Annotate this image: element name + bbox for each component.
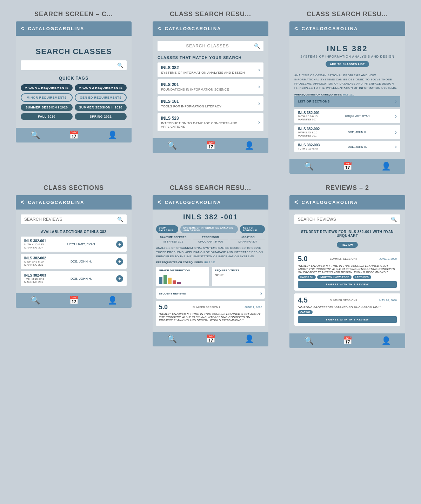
back-arrow-dr[interactable]: < xyxy=(294,25,298,32)
tag-major1[interactable]: MAJOR 1 REQUIREMENTS xyxy=(21,84,73,91)
screen-reviews: REVIEWS – 2 < CATALOGCAROLINA 🔍 STUDENT … xyxy=(284,184,410,348)
add-btn-002[interactable]: + xyxy=(116,258,123,265)
bottom-nav-rev: 🔍 📅 👤 xyxy=(289,333,405,348)
back-arrow-icon[interactable]: < xyxy=(21,25,25,32)
bar-4 xyxy=(173,280,176,284)
class-item-161[interactable]: INLS 161 TOOLS FOR INFORMATION LITERACY … xyxy=(158,96,263,111)
agree-btn-1[interactable]: I AGREE WITH THIS REVIEW xyxy=(298,281,397,288)
nav-search-r2[interactable]: 🔍 xyxy=(167,334,177,344)
review-quote-preview: "REALLY ENJOYED MY TIME IN THIS COURSE! … xyxy=(159,312,262,322)
nav-profile-icon[interactable]: 👤 xyxy=(108,131,117,140)
detail-meta-row: DAY/TIME OFFERED M-TH 4:15-6:15 PROFESSO… xyxy=(156,236,265,243)
tag-minor[interactable]: MINOR REQUIREMENTS xyxy=(21,93,73,102)
nav-search-rev[interactable]: 🔍 xyxy=(304,336,314,345)
nav-prof-dr[interactable]: 👤 xyxy=(381,162,391,171)
search-bar-r1[interactable]: SEARCH CLASSES 🔍 xyxy=(158,41,263,51)
back-arrow-r2[interactable]: < xyxy=(158,199,161,206)
screen-detail-right: CLASS SEARCH RESU... < CATALOGCAROLINA I… xyxy=(284,11,410,174)
tag-gened[interactable]: GEN ED REQUIREMENTS xyxy=(75,93,127,102)
tags-grid: MAJOR 1 REQUIREMENTS MAJOR 2 REQUIREMENT… xyxy=(21,84,127,120)
class-subtitle-dr: SYSTEMS OF INFORMATION ANALYSIS AND DESI… xyxy=(294,55,400,58)
tag-row-1: HANDS ON INDUSTRY KNOWLEDGE LECTURES xyxy=(298,275,397,279)
quick-tags-label: QUICK TAGS xyxy=(21,76,127,81)
tag-summer1[interactable]: SUMMER SESSION I 2020 xyxy=(21,104,73,111)
tag-spring[interactable]: SPRING 2021 xyxy=(75,113,127,120)
review-session-preview: SUMMER SESSION I xyxy=(193,306,220,309)
search-input-row[interactable]: 🔍 xyxy=(21,60,127,70)
section-add-002[interactable]: INLS 382-002 MWF 5:45-8:10 MANNING 201 D… xyxy=(21,254,127,269)
nav-cal-r2[interactable]: 📅 xyxy=(206,334,215,344)
prereq-link-dr[interactable]: INLS 161 xyxy=(343,93,354,96)
section-chevron-003: › xyxy=(395,144,397,150)
back-arrow-rev[interactable]: < xyxy=(294,199,298,206)
search-reviews-field[interactable] xyxy=(298,217,391,222)
chevron-382: › xyxy=(258,67,260,73)
section-add-001[interactable]: INLS 382-001 M-TH 4:15-6:15 MANNING 307 … xyxy=(21,237,127,252)
view-syllabus-btn[interactable]: VIEW SYLLABUS xyxy=(156,225,178,233)
phone-results2-body: INLS 382 -001 VIEW SYLLABUS SYSTEMS OF I… xyxy=(153,210,268,332)
class-name-382: SYSTEMS OF INFORMATION ANALYSIS AND DESI… xyxy=(161,71,245,74)
back-arrow-r1[interactable]: < xyxy=(158,25,161,32)
chevron-161: › xyxy=(258,100,260,107)
class-item-201[interactable]: INLS 201 FOUNDATIONS IN INFORMATION SCIE… xyxy=(158,79,263,94)
app-title-search: CATALOGCAROLINA xyxy=(28,26,85,31)
nav-search-icon[interactable]: 🔍 xyxy=(31,131,40,140)
add-schedule-btn[interactable]: ADD TO SCHEDULE xyxy=(240,225,265,233)
match-label-r1: CLASSES THAT MATCH YOUR SEARCH xyxy=(158,55,263,60)
tag-major2[interactable]: MAJOR 2 REQUIREMENTS xyxy=(75,84,127,91)
section-add-003[interactable]: INLS 382-003 TVTH 3:15-6:45 MANNING 201 … xyxy=(21,271,127,286)
search-icon-r1: 🔍 xyxy=(254,43,260,49)
class-item-382[interactable]: INLS 382 SYSTEMS OF INFORMATION ANALYSIS… xyxy=(158,62,263,77)
texts-value: NONE xyxy=(215,273,262,277)
screen-sections: CLASS SECTIONS < CATALOGCAROLINA 🔍 AVAIL… xyxy=(11,184,137,348)
prereq-link-r2[interactable]: INLS 161 xyxy=(205,261,216,264)
bottom-nav-r1: 🔍 📅 👤 xyxy=(153,138,268,153)
nav-prof-rev[interactable]: 👤 xyxy=(381,336,391,345)
student-reviews-row[interactable]: STUDENT REVIEWS › xyxy=(156,288,265,299)
add-btn-001[interactable]: + xyxy=(116,241,123,248)
meta-value-prof: URQUHART, RYAN xyxy=(193,240,228,243)
nav-search-sec[interactable]: 🔍 xyxy=(31,296,40,305)
search-bar-text-r1: SEARCH CLASSES xyxy=(161,44,254,48)
prof-002-sec: DOE, JOHN H. xyxy=(71,260,92,263)
meta-value-loc: MANNING 307 xyxy=(230,240,265,243)
screen-reviews-label: REVIEWS – 2 xyxy=(284,184,410,192)
section-382-003[interactable]: INLS 382-003 TVTH 3:15-6:45 DOE, JOHN H.… xyxy=(294,141,400,152)
search-reviews-row[interactable]: 🔍 xyxy=(21,214,127,224)
inls-large-title: INLS 382 -001 xyxy=(156,213,265,221)
tag-fall[interactable]: FALL 2020 xyxy=(21,113,73,120)
nav-calendar-icon[interactable]: 📅 xyxy=(69,131,79,140)
nav-cal-dr[interactable]: 📅 xyxy=(343,162,352,171)
meta-value-day: M-TH 4:15-6:15 xyxy=(156,240,191,243)
app-title-r1: CATALOGCAROLINA xyxy=(165,26,221,31)
nav-prof-sec[interactable]: 👤 xyxy=(108,296,117,305)
nav-cal-r1[interactable]: 📅 xyxy=(206,141,215,150)
tag-summer2[interactable]: SUMMER SESSION II 2020 xyxy=(75,104,127,111)
search-reviews-input[interactable] xyxy=(24,217,117,222)
nav-search-r1[interactable]: 🔍 xyxy=(167,141,177,150)
add-btn-003[interactable]: + xyxy=(116,275,123,282)
nav-prof-r1[interactable]: 👤 xyxy=(245,141,254,150)
agree-btn-2[interactable]: I AGREE WITH THIS REVIEW xyxy=(298,316,397,323)
section-382-002[interactable]: INLS 382-002 MWF 5:45-8:10 MANNING 201 D… xyxy=(294,125,400,139)
bar-5 xyxy=(177,282,181,284)
write-review-btn[interactable]: REVIEW xyxy=(337,242,358,248)
nav-prof-r2[interactable]: 👤 xyxy=(245,334,254,344)
back-arrow-sec[interactable]: < xyxy=(21,199,25,206)
phone-results1-body: SEARCH CLASSES 🔍 CLASSES THAT MATCH YOUR… xyxy=(153,36,268,138)
class-item-523[interactable]: INLS 523 INTRODUCTION TO DATABASE CONCEP… xyxy=(158,113,263,131)
prof-003-sec: DOE, JOHN H. xyxy=(71,277,92,280)
nav-cal-rev[interactable]: 📅 xyxy=(343,336,352,345)
search-classes-input[interactable] xyxy=(24,63,117,68)
app-title-r2: CATALOGCAROLINA xyxy=(165,200,221,205)
bar-2 xyxy=(163,275,167,284)
nav-cal-sec[interactable]: 📅 xyxy=(69,296,79,305)
add-to-list-btn[interactable]: ADD TO CLASSES LIST xyxy=(326,61,369,67)
prereq-dr: PREREQUISITES OR COREQUISITES: INLS 161 xyxy=(294,93,400,96)
nav-search-dr[interactable]: 🔍 xyxy=(304,162,314,171)
review-date-2: MAY 28, 2020 xyxy=(379,299,397,302)
bottom-nav-dr: 🔍 📅 👤 xyxy=(289,159,405,174)
review-score-2: 4.5 xyxy=(298,296,308,304)
search-reviews-input-row[interactable]: 🔍 xyxy=(294,214,400,224)
section-382-001[interactable]: INLS 382-001 M-TH 4:15-6:15 MANNING 307 … xyxy=(294,109,400,123)
